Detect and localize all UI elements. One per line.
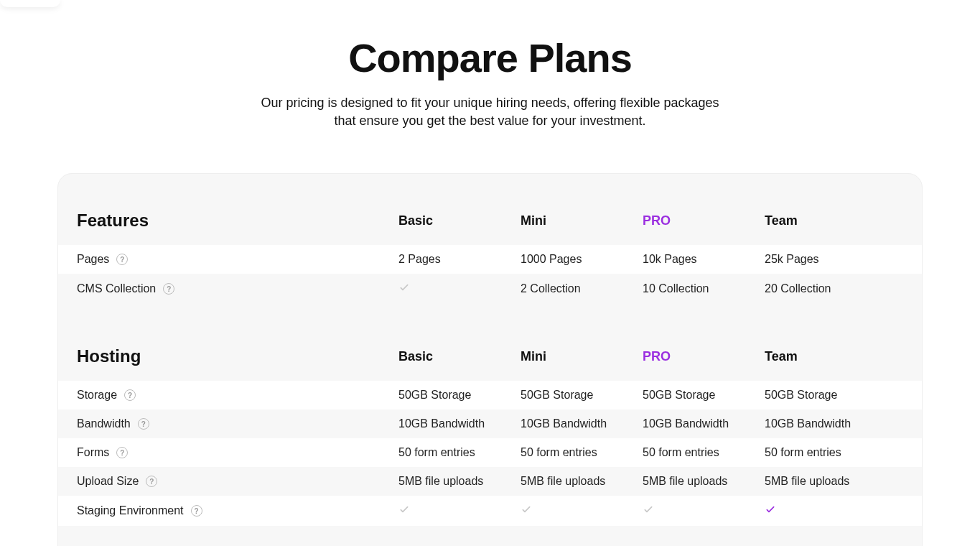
feature-cell	[398, 282, 521, 296]
feature-row: Forms?50 form entries50 form entries50 f…	[58, 438, 922, 467]
section: HostingBasicMiniPROTeamStorage?50GB Stor…	[58, 338, 922, 526]
feature-cell: 50GB Storage	[398, 389, 521, 402]
section-header-row: HostingBasicMiniPROTeam	[58, 338, 922, 381]
cell-value: 10GB Bandwidth	[398, 417, 485, 430]
cell-value: 1000 Pages	[521, 253, 582, 265]
help-icon[interactable]: ?	[116, 447, 128, 458]
cell-value: 2 Pages	[398, 253, 441, 265]
cell-value: 50 form entries	[765, 446, 841, 458]
check-icon	[521, 504, 532, 515]
feature-cell: 50GB Storage	[765, 389, 887, 402]
help-icon[interactable]: ?	[116, 254, 128, 265]
page-header: Compare Plans Our pricing is designed to…	[0, 0, 980, 173]
feature-label: Bandwidth?	[68, 417, 398, 430]
feature-label: Staging Environment?	[68, 504, 398, 517]
feature-cell	[765, 504, 887, 518]
check-icon	[765, 504, 776, 515]
feature-cell	[643, 504, 765, 518]
feature-cell: 10GB Bandwidth	[521, 417, 643, 430]
cell-value: 50GB Storage	[765, 389, 837, 401]
feature-label: Storage?	[68, 389, 398, 402]
check-icon	[643, 504, 654, 515]
feature-cell: 1000 Pages	[521, 253, 643, 266]
feature-cell: 2 Collection	[521, 282, 643, 295]
feature-cell: 20 Collection	[765, 282, 887, 295]
feature-cell: 5MB file uploads	[398, 475, 521, 488]
feature-label: CMS Collection?	[68, 282, 398, 295]
cell-value: 50 form entries	[643, 446, 719, 458]
plan-header: Mini	[521, 213, 643, 228]
check-icon	[398, 282, 410, 293]
feature-cell: 2 Pages	[398, 253, 521, 266]
feature-cell: 50 form entries	[521, 446, 643, 459]
feature-label: Forms?	[68, 446, 398, 459]
plan-header: Team	[765, 213, 887, 228]
cell-value: 10GB Bandwidth	[765, 417, 851, 430]
feature-cell: 50 form entries	[398, 446, 521, 459]
section-title: Hosting	[68, 346, 398, 366]
check-icon	[398, 504, 410, 515]
cell-value: 5MB file uploads	[765, 475, 849, 487]
cell-value: 25k Pages	[765, 253, 819, 265]
feature-cell	[521, 504, 643, 518]
comparison-card: FeaturesBasicMiniPROTeamPages?2 Pages100…	[57, 173, 923, 546]
cell-value: 10k Pages	[643, 253, 697, 265]
page-subtitle: Our pricing is designed to fit your uniq…	[253, 94, 727, 130]
floating-badge	[0, 0, 60, 7]
feature-cell: 10GB Bandwidth	[765, 417, 887, 430]
feature-cell	[398, 504, 521, 518]
section-header-row: FeaturesBasicMiniPROTeam	[58, 203, 922, 245]
cell-value: 50 form entries	[521, 446, 597, 458]
feature-cell: 50GB Storage	[643, 389, 765, 402]
cell-value: 10GB Bandwidth	[643, 417, 729, 430]
plan-header: Team	[765, 349, 887, 364]
feature-label: Upload Size?	[68, 475, 398, 488]
feature-row: Bandwidth?10GB Bandwidth10GB Bandwidth10…	[58, 410, 922, 438]
feature-cell: 10GB Bandwidth	[398, 417, 521, 430]
plan-header: Mini	[521, 349, 643, 364]
help-icon[interactable]: ?	[124, 389, 136, 401]
feature-cell: 5MB file uploads	[643, 475, 765, 488]
cell-value: 5MB file uploads	[398, 475, 483, 487]
plan-header: PRO	[643, 213, 765, 228]
cell-value: 10GB Bandwidth	[521, 417, 607, 430]
cell-value: 5MB file uploads	[643, 475, 727, 487]
cell-value: 50GB Storage	[643, 389, 715, 401]
feature-label: Pages?	[68, 253, 398, 266]
feature-cell: 5MB file uploads	[521, 475, 643, 488]
feature-cell: 10 Collection	[643, 282, 765, 295]
help-icon[interactable]: ?	[146, 476, 157, 487]
section: FeaturesBasicMiniPROTeamPages?2 Pages100…	[58, 203, 922, 304]
feature-row: Upload Size?5MB file uploads5MB file upl…	[58, 467, 922, 496]
feature-row: Pages?2 Pages1000 Pages10k Pages25k Page…	[58, 245, 922, 274]
cell-value: 50GB Storage	[521, 389, 593, 401]
cell-value: 2 Collection	[521, 282, 581, 295]
feature-cell: 25k Pages	[765, 253, 887, 266]
help-icon[interactable]: ?	[191, 505, 202, 517]
feature-cell: 50GB Storage	[521, 389, 643, 402]
plan-header: Basic	[398, 213, 521, 228]
plan-header: Basic	[398, 349, 521, 364]
cell-value: 50GB Storage	[398, 389, 471, 401]
feature-row: Staging Environment?	[58, 496, 922, 526]
feature-row: Storage?50GB Storage50GB Storage50GB Sto…	[58, 381, 922, 410]
feature-cell: 10k Pages	[643, 253, 765, 266]
cell-value: 20 Collection	[765, 282, 831, 295]
section-title: Features	[68, 210, 398, 231]
cell-value: 5MB file uploads	[521, 475, 605, 487]
feature-cell: 50 form entries	[643, 446, 765, 459]
feature-cell: 10GB Bandwidth	[643, 417, 765, 430]
plan-header: PRO	[643, 349, 765, 364]
cell-value: 50 form entries	[398, 446, 475, 458]
feature-cell: 50 form entries	[765, 446, 887, 459]
feature-row: CMS Collection?2 Collection10 Collection…	[58, 274, 922, 304]
feature-cell: 5MB file uploads	[765, 475, 887, 488]
help-icon[interactable]: ?	[163, 283, 174, 295]
help-icon[interactable]: ?	[138, 418, 149, 430]
cell-value: 10 Collection	[643, 282, 709, 295]
page-title: Compare Plans	[14, 34, 966, 81]
